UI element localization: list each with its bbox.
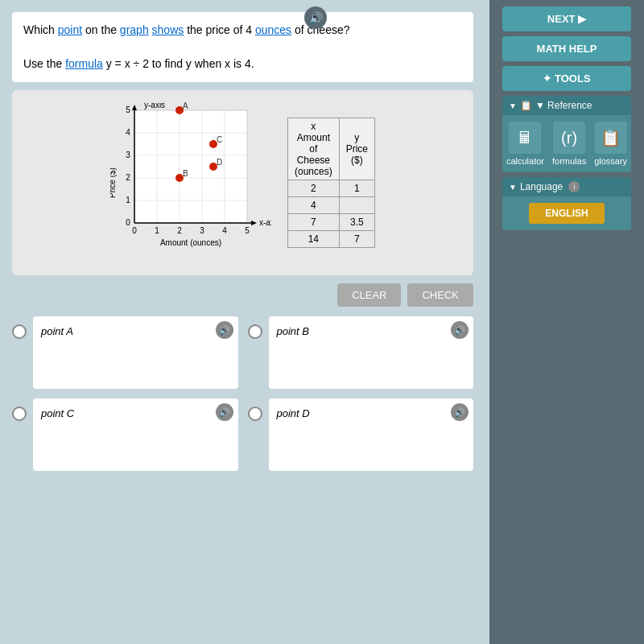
- svg-text:1: 1: [155, 226, 159, 235]
- table-cell-y: [339, 197, 374, 214]
- link-graph[interactable]: graph: [120, 23, 149, 36]
- reference-items-row: 🖩 calculator (r) formulas 📋 glossary: [506, 122, 627, 166]
- answer-label-d: point D: [277, 407, 310, 419]
- calculator-icon: 🖩: [509, 122, 541, 154]
- answer-d-sound-button[interactable]: 🔊: [451, 403, 469, 421]
- answer-label-a: point A: [41, 325, 73, 337]
- table-row: 4: [287, 197, 374, 214]
- answer-box-a[interactable]: point A 🔊: [33, 316, 238, 389]
- link-ounces[interactable]: ounces: [255, 23, 291, 36]
- link-shows[interactable]: shows: [152, 23, 184, 36]
- svg-text:0: 0: [132, 226, 137, 235]
- answer-box-c[interactable]: point C 🔊: [33, 398, 238, 471]
- language-section: ▼ Language i ENGLISH: [502, 177, 631, 230]
- answer-c-sound-button[interactable]: 🔊: [216, 403, 233, 421]
- reference-icon: 📋: [520, 100, 532, 111]
- svg-text:5: 5: [126, 105, 130, 114]
- formulas-icon: (r): [553, 122, 585, 154]
- sound-icon-b: 🔊: [454, 325, 465, 336]
- english-button[interactable]: ENGLISH: [529, 203, 604, 224]
- svg-text:x-axis: x-axis: [259, 218, 271, 227]
- tools-button[interactable]: ✦ TOOLS: [502, 66, 631, 91]
- answer-box-b[interactable]: point B 🔊: [269, 316, 474, 389]
- formula-text: Use the formula y = x ÷ 2 to find y when…: [23, 56, 462, 72]
- formulas-label: formulas: [552, 156, 586, 166]
- answer-label-b: point B: [277, 325, 309, 337]
- question-text: Which point on the graph shows the price…: [23, 22, 462, 39]
- next-button[interactable]: NEXT ▶: [502, 6, 631, 31]
- reference-label: ▼ Reference: [535, 100, 592, 111]
- table-row: 7 3.5: [287, 214, 374, 231]
- svg-text:y-axis: y-axis: [144, 102, 165, 109]
- buttons-row: CLEAR CHECK: [12, 283, 473, 307]
- answer-option-d: point D 🔊: [248, 398, 474, 471]
- table-cell-x: 7: [287, 214, 339, 231]
- graph-wrapper: 0 1 2 3 4 5 0 1 2 3 4 5 x-axis y-axis Pr…: [110, 102, 271, 263]
- language-header[interactable]: ▼ Language i: [502, 177, 631, 196]
- link-point[interactable]: point: [58, 23, 82, 36]
- clear-button[interactable]: CLEAR: [337, 283, 401, 307]
- mathhelp-button[interactable]: MATH HELP: [502, 36, 631, 61]
- svg-text:2: 2: [177, 226, 182, 235]
- answer-option-a: point A 🔊: [12, 316, 238, 389]
- answer-b-sound-button[interactable]: 🔊: [451, 321, 469, 339]
- table-cell-x: 4: [287, 197, 339, 214]
- table-row: 14 7: [287, 231, 374, 248]
- table-header-y: yPrice($): [339, 118, 374, 180]
- table-row: 2 1: [287, 180, 374, 197]
- svg-text:Amount (ounces): Amount (ounces): [160, 238, 221, 247]
- svg-text:3: 3: [126, 151, 130, 159]
- language-info-icon: i: [568, 181, 580, 192]
- reference-header[interactable]: ▼ 📋 ▼ Reference: [502, 96, 631, 115]
- svg-text:4: 4: [126, 128, 130, 137]
- svg-text:4: 4: [222, 226, 227, 235]
- answer-option-c: point C 🔊: [12, 398, 238, 471]
- answer-option-b: point B 🔊: [248, 316, 474, 389]
- radio-b[interactable]: [248, 324, 262, 339]
- svg-text:2: 2: [126, 173, 130, 182]
- answer-box-d[interactable]: point D 🔊: [269, 398, 474, 471]
- data-table: xAmountofCheese(ounces) yPrice($) 2 1 4 …: [287, 118, 375, 248]
- svg-text:5: 5: [245, 226, 250, 235]
- formulas-item[interactable]: (r) formulas: [552, 122, 586, 166]
- sound-icon-a: 🔊: [219, 325, 230, 336]
- reference-body: 🖩 calculator (r) formulas 📋 glossary: [502, 115, 631, 172]
- svg-text:D: D: [217, 158, 222, 167]
- radio-a[interactable]: [12, 324, 27, 339]
- check-button[interactable]: CHECK: [407, 283, 473, 307]
- table-cell-y: 3.5: [339, 214, 374, 231]
- link-formula[interactable]: formula: [65, 57, 103, 70]
- question-sound-button[interactable]: 🔊: [304, 6, 327, 29]
- svg-text:Price ($): Price ($): [110, 167, 117, 198]
- reference-expand-icon: ▼: [509, 101, 517, 110]
- language-body: ENGLISH: [502, 196, 631, 230]
- svg-text:B: B: [183, 169, 188, 178]
- sidebar: NEXT ▶ MATH HELP ✦ TOOLS ▼ 📋 ▼ Reference…: [489, 0, 644, 644]
- svg-text:A: A: [183, 102, 188, 110]
- answer-grid: point A 🔊 point B 🔊 point C 🔊: [12, 316, 473, 471]
- svg-text:1: 1: [126, 196, 130, 204]
- svg-text:0: 0: [126, 218, 130, 227]
- answer-a-sound-button[interactable]: 🔊: [216, 321, 233, 339]
- svg-rect-0: [134, 110, 247, 223]
- radio-d[interactable]: [248, 407, 262, 421]
- reference-section: ▼ 📋 ▼ Reference 🖩 calculator (r) formula…: [502, 96, 631, 172]
- sound-icon: 🔊: [309, 11, 323, 24]
- table-header-x: xAmountofCheese(ounces): [287, 118, 339, 180]
- question-box: Which point on the graph shows the price…: [12, 12, 473, 82]
- answer-label-c: point C: [41, 407, 74, 419]
- table-cell-y: 7: [339, 231, 374, 248]
- glossary-icon: 📋: [595, 122, 627, 154]
- graph-svg: 0 1 2 3 4 5 0 1 2 3 4 5 x-axis y-axis Pr…: [110, 102, 271, 263]
- calculator-item[interactable]: 🖩 calculator: [506, 122, 544, 166]
- svg-marker-12: [132, 105, 137, 110]
- language-label: Language: [520, 181, 563, 192]
- graph-container: 0 1 2 3 4 5 0 1 2 3 4 5 x-axis y-axis Pr…: [12, 90, 473, 275]
- language-expand-icon: ▼: [509, 183, 517, 192]
- table-cell-y: 1: [339, 180, 374, 197]
- sound-icon-c: 🔊: [219, 407, 230, 418]
- radio-c[interactable]: [12, 407, 27, 421]
- table-cell-x: 2: [287, 180, 339, 197]
- glossary-item[interactable]: 📋 glossary: [594, 122, 627, 166]
- sound-icon-d: 🔊: [454, 407, 465, 418]
